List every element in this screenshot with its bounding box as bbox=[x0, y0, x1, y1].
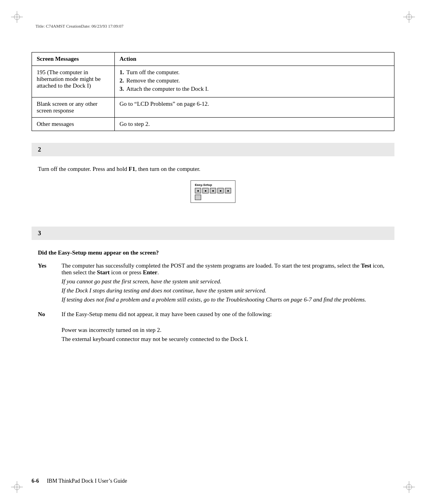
header-title: Title: C74AMST CreationDate: 06/23/93 17… bbox=[36, 24, 123, 28]
table-cell-screen-msg-3: Other messages bbox=[32, 118, 115, 131]
corner-mark-br bbox=[403, 481, 415, 493]
es-icon-4: ■ bbox=[217, 188, 224, 193]
action-list-item: Turn off the computer. bbox=[120, 69, 389, 76]
es-icon-5: ■ bbox=[225, 188, 231, 193]
yes-bold-test: Test bbox=[361, 262, 371, 269]
step2-header: 2 bbox=[32, 143, 394, 156]
table-row: 195 (The computer in hibernation mode mi… bbox=[32, 66, 394, 97]
step2-bold: F1 bbox=[129, 166, 135, 172]
step3-number: 3 bbox=[38, 230, 41, 236]
yes-italic-3: If testing does not find a problem and a… bbox=[62, 296, 388, 303]
easy-setup-icon-row: ■ ■ ■ ■ ■ bbox=[195, 188, 231, 193]
table-cell-screen-msg-1: 195 (The computer in hibernation mode mi… bbox=[32, 66, 115, 97]
yes-bold-enter: Enter bbox=[143, 269, 157, 275]
step3-header: 3 bbox=[32, 227, 394, 240]
main-table: Screen Messages Action 195 (The computer… bbox=[32, 52, 394, 131]
yes-italic-3b: , go to the Troubleshooting Charts on pa… bbox=[201, 296, 366, 303]
yes-italic-2: If the Dock I stops during testing and d… bbox=[62, 287, 388, 294]
easy-setup-image: Easy-Setup ■ ■ ■ ■ ■ bbox=[38, 180, 388, 203]
no-label: No bbox=[38, 311, 62, 345]
yesno-section: Yes The computer has successfully comple… bbox=[38, 262, 388, 345]
es-icon-3: ■ bbox=[210, 188, 216, 193]
yes-text-block: The computer has successfully completed … bbox=[62, 262, 388, 305]
table-cell-action-2: Go to “LCD Problems” on page 6-12. bbox=[115, 97, 394, 118]
no-bullet-2: The external keyboard connector may not … bbox=[62, 336, 388, 343]
yes-row: Yes The computer has successfully comple… bbox=[38, 262, 388, 305]
step2-text-after: , then turn on the computer. bbox=[135, 166, 200, 172]
yes-italic-1: If you cannot go past the first screen, … bbox=[62, 278, 388, 285]
corner-mark-tr bbox=[403, 11, 415, 23]
step2-text-before: Turn off the computer. Press and hold bbox=[38, 166, 129, 172]
action-list-item: Remove the computer. bbox=[120, 77, 389, 84]
step2-text: Turn off the computer. Press and hold F1… bbox=[38, 166, 388, 172]
es-icon-2: ■ bbox=[202, 188, 209, 193]
no-row: No If the Easy-Setup menu did not appear… bbox=[38, 311, 388, 345]
yes-text-1: The computer has successfully completed … bbox=[62, 262, 361, 269]
yes-text-3: icon or press bbox=[110, 269, 143, 275]
page-header: Title: C74AMST CreationDate: 06/23/93 17… bbox=[36, 24, 394, 28]
yes-main-text: The computer has successfully completed … bbox=[62, 262, 388, 276]
table-cell-screen-msg-2: Blank screen or any other screen respons… bbox=[32, 97, 115, 118]
easy-setup-bottom-row bbox=[195, 195, 231, 200]
table-cell-action-3: Go to step 2. bbox=[115, 118, 394, 131]
no-text-block: If the Easy-Setup menu did not appear, i… bbox=[62, 311, 388, 345]
corner-mark-tl bbox=[11, 11, 23, 23]
table-row: Other messages Go to step 2. bbox=[32, 118, 394, 131]
es-icon-1: ■ bbox=[195, 188, 201, 193]
es-icon-bottom-1 bbox=[195, 195, 201, 200]
action-list-1: Turn off the computer. Remove the comput… bbox=[120, 69, 389, 92]
table-header-action: Action bbox=[115, 52, 394, 66]
no-bullet-1: Power was incorrectly turned on in step … bbox=[62, 327, 388, 334]
page: Title: C74AMST CreationDate: 06/23/93 17… bbox=[0, 0, 426, 504]
yes-label: Yes bbox=[38, 262, 62, 305]
table-row: Blank screen or any other screen respons… bbox=[32, 97, 394, 118]
action-list-item: Attach the computer to the Dock I. bbox=[120, 86, 389, 92]
yes-italic-2-em: If the Dock I stops during testing and d… bbox=[62, 287, 193, 294]
table-cell-action-1: Turn off the computer. Remove the comput… bbox=[115, 66, 394, 97]
yes-italic-1-em: If you cannot go past the first screen bbox=[62, 278, 148, 285]
page-footer: 6-6 IBM ThinkPad Dock I User’s Guide bbox=[32, 478, 394, 484]
yes-italic-1b: , have the system unit serviced. bbox=[148, 278, 221, 285]
corner-mark-bl bbox=[11, 481, 23, 493]
step3-question: Did the Easy-Setup menu appear on the sc… bbox=[38, 249, 388, 256]
easy-setup-box: Easy-Setup ■ ■ ■ ■ ■ bbox=[191, 180, 235, 203]
easy-setup-title-text: Easy-Setup bbox=[195, 183, 231, 187]
no-main-text: If the Easy-Setup menu did not appear, i… bbox=[62, 311, 388, 318]
step2-number: 2 bbox=[38, 146, 41, 153]
yes-italic-3-em: If testing does not find a problem and a… bbox=[62, 296, 201, 303]
footer-page-number: 6-6 bbox=[32, 478, 39, 484]
yes-italic-2b: , have the system unit serviced. bbox=[193, 287, 266, 294]
footer-title: IBM ThinkPad Dock I User’s Guide bbox=[47, 478, 127, 484]
yes-bold-start: Start bbox=[97, 269, 110, 275]
table-header-screen-messages: Screen Messages bbox=[32, 52, 115, 66]
step2-content: Turn off the computer. Press and hold F1… bbox=[32, 161, 394, 217]
step3-content: Did the Easy-Setup menu appear on the sc… bbox=[32, 245, 394, 357]
